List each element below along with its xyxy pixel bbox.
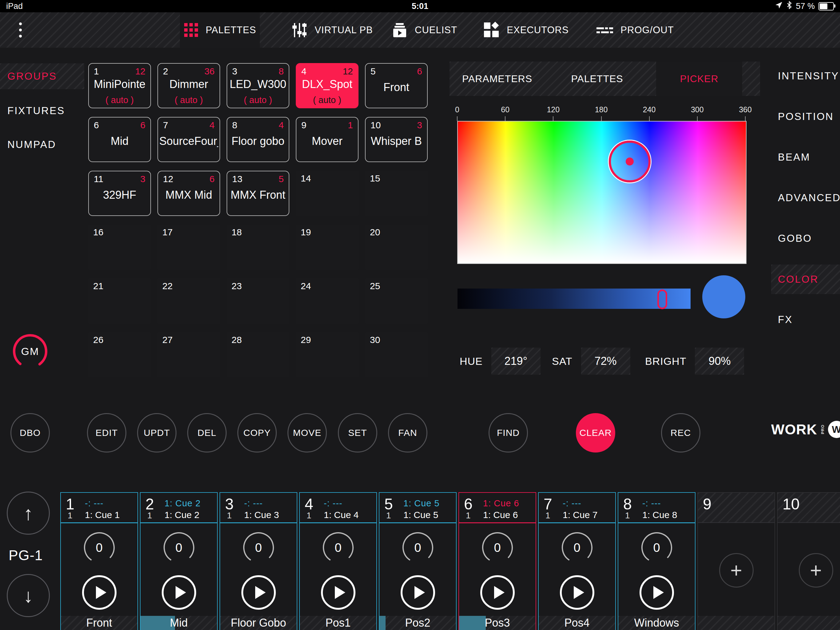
picker-tab-parameters[interactable]: PARAMETERS	[460, 62, 534, 96]
fader-label-strip[interactable]: Pos1	[300, 616, 376, 630]
group-tile-empty[interactable]: 21	[88, 279, 151, 324]
move-button[interactable]: MOVE	[287, 413, 327, 453]
rec-button[interactable]: REC	[661, 413, 700, 453]
fader-knob[interactable]: 0	[480, 530, 515, 565]
kebab-menu-icon[interactable]	[11, 12, 30, 47]
group-tile-empty[interactable]: 14	[296, 171, 358, 216]
fader-label-strip[interactable]: Front	[61, 616, 137, 630]
brightness-slider[interactable]	[458, 288, 691, 309]
fader-header[interactable]: 1-: ---11: Cue 1	[61, 493, 137, 523]
group-tile-empty[interactable]: 26	[88, 332, 151, 377]
fan-button[interactable]: FAN	[388, 413, 427, 453]
fader-knob[interactable]: 0	[560, 530, 594, 565]
attr-item-gobo[interactable]: GOBO	[778, 229, 812, 248]
tab-executors[interactable]: EXECUTORS	[483, 12, 569, 47]
attr-item-color[interactable]: COLOR	[771, 264, 840, 294]
copy-button[interactable]: COPY	[237, 413, 277, 453]
dbo-button[interactable]: DBO	[11, 413, 50, 453]
fader-label-strip[interactable]: Mid	[141, 616, 217, 630]
tab-cuelist[interactable]: CUELIST	[393, 12, 455, 47]
page-up-button[interactable]: ↑	[7, 492, 50, 535]
group-tile[interactable]: 113329HF	[88, 171, 151, 216]
group-tile[interactable]: 74SourceFour_	[158, 117, 220, 162]
group-tile-empty[interactable]: 19	[296, 225, 358, 270]
group-tile[interactable]: 126MMX Mid	[158, 171, 220, 216]
page-down-button[interactable]: ↓	[7, 574, 50, 617]
fader-label-strip[interactable]: Pos4	[539, 616, 615, 630]
sidebar-item-groups[interactable]: GROUPS	[0, 63, 84, 89]
tab-palettes[interactable]: PALETTES	[180, 12, 260, 47]
group-tile-empty[interactable]: 16	[88, 225, 151, 270]
fader-header[interactable]: 51: Cue 511: Cue 5	[379, 493, 456, 523]
attr-item-position[interactable]: POSITION	[778, 107, 834, 127]
tab-virtual-pb[interactable]: VIRTUAL PB	[289, 12, 375, 47]
group-tile-empty[interactable]: 22	[158, 279, 220, 324]
fader-knob[interactable]: 0	[639, 530, 674, 565]
fader-knob[interactable]: 0	[82, 530, 117, 565]
set-button[interactable]: SET	[338, 413, 377, 453]
del-button[interactable]: DEL	[187, 413, 227, 453]
add-playback-button[interactable]: +	[799, 553, 833, 587]
sidebar-item-numpad[interactable]: NUMPAD	[0, 135, 56, 154]
attr-item-intensity[interactable]: INTENSITY	[778, 66, 839, 86]
group-tile[interactable]: 91Mover	[296, 117, 358, 162]
play-button[interactable]	[639, 575, 674, 610]
tab-prog-out[interactable]: PROG/OUT	[597, 12, 673, 47]
group-tile-empty[interactable]: 27	[158, 332, 220, 377]
fader-label-strip[interactable]: Windows	[618, 616, 695, 630]
group-tile-empty[interactable]: 29	[296, 332, 358, 377]
fader-knob[interactable]: 0	[242, 530, 276, 565]
sidebar-item-fixtures[interactable]: FIXTURES	[0, 101, 65, 120]
attr-item-advanced[interactable]: ADVANCED	[778, 188, 840, 207]
group-tile-empty[interactable]: 24	[296, 279, 358, 324]
fader-header[interactable]: 4-: ---11: Cue 4	[300, 493, 376, 523]
fader-label-strip[interactable]: Floor Gobo	[220, 616, 297, 630]
play-button[interactable]	[242, 575, 276, 610]
find-button[interactable]: FIND	[489, 413, 528, 453]
picker-tab-palettes[interactable]: PALETTES	[560, 62, 634, 96]
fader-knob[interactable]: 0	[321, 530, 355, 565]
group-tile-empty[interactable]: 23	[227, 279, 289, 324]
fader-knob[interactable]: 0	[162, 530, 196, 565]
play-button[interactable]	[162, 575, 196, 610]
fader-knob[interactable]: 0	[401, 530, 435, 565]
color-gradient-picker[interactable]	[457, 121, 747, 264]
clear-button[interactable]: CLEAR	[576, 413, 615, 453]
group-tile-empty[interactable]: 28	[227, 332, 289, 377]
play-button[interactable]	[82, 575, 117, 610]
group-tile-empty[interactable]: 20	[365, 225, 428, 270]
fader-header[interactable]: 8-: ---11: Cue 8	[618, 493, 695, 523]
group-tile[interactable]: 412DLX_Spot( auto )	[296, 63, 358, 108]
play-button[interactable]	[401, 575, 435, 610]
group-tile[interactable]: 236Dimmer( auto )	[158, 63, 220, 108]
play-button[interactable]	[560, 575, 594, 610]
fader-header[interactable]: 3-: ---11: Cue 3	[220, 493, 297, 523]
group-tile[interactable]: 56Front	[365, 63, 428, 108]
play-button[interactable]	[321, 575, 355, 610]
group-tile-empty[interactable]: 18	[227, 225, 289, 270]
group-tile-empty[interactable]: 15	[365, 171, 428, 216]
edit-button[interactable]: EDIT	[87, 413, 126, 453]
picker-tab-picker[interactable]: PICKER	[656, 62, 742, 96]
group-tile-empty[interactable]: 17	[158, 225, 220, 270]
group-tile[interactable]: 38LED_W300( auto )	[227, 63, 289, 108]
group-tile[interactable]: 103Whisper B	[365, 117, 428, 162]
updt-button[interactable]: UPDT	[137, 413, 177, 453]
group-tile-empty[interactable]: 30	[365, 332, 428, 377]
group-tile[interactable]: 66Mid	[88, 117, 151, 162]
grand-master-knob[interactable]: GM	[12, 333, 49, 370]
group-tile[interactable]: 112MiniPointe( auto )	[88, 63, 151, 108]
fader-header[interactable]: 7-: ---11: Cue 7	[539, 493, 615, 523]
attr-item-beam[interactable]: BEAM	[778, 147, 810, 167]
fader-label-strip[interactable]: Pos3	[459, 616, 535, 630]
group-tile[interactable]: 84Floor gobo	[227, 117, 289, 162]
fader-header[interactable]: 21: Cue 211: Cue 2	[141, 493, 217, 523]
group-tile-empty[interactable]: 25	[365, 279, 428, 324]
add-playback-button[interactable]: +	[719, 553, 753, 587]
color-selection-ring[interactable]	[609, 141, 651, 182]
fader-label-strip[interactable]: Pos2	[379, 616, 456, 630]
group-tile[interactable]: 135MMX Front	[227, 171, 289, 216]
fader-header[interactable]: 61: Cue 611: Cue 6	[459, 493, 535, 523]
brightness-handle[interactable]	[657, 290, 667, 309]
attr-item-fx[interactable]: FX	[778, 310, 793, 329]
